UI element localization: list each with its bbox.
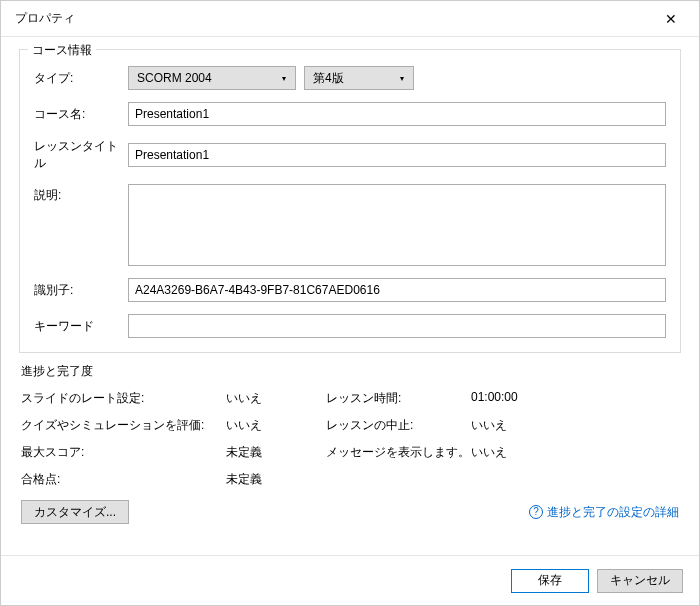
slide-rate-value: いいえ — [226, 390, 326, 407]
message-label: メッセージを表示します。 — [326, 444, 471, 461]
pass-score-value: 未定義 — [226, 471, 326, 488]
lesson-abort-value: いいえ — [471, 417, 679, 434]
version-combo[interactable]: 第4版 ▾ — [304, 66, 414, 90]
course-name-row: コース名: — [34, 102, 666, 126]
type-row: タイプ: SCORM 2004 ▾ 第4版 ▾ — [34, 66, 666, 90]
lesson-time-label: レッスン時間: — [326, 390, 471, 407]
chevron-down-icon: ▾ — [395, 74, 409, 83]
description-row: 説明: — [34, 184, 666, 266]
identifier-input[interactable] — [128, 278, 666, 302]
customize-button[interactable]: カスタマイズ... — [21, 500, 129, 524]
course-info-group: コース情報 タイプ: SCORM 2004 ▾ 第4版 ▾ コース名: レッスン… — [19, 49, 681, 353]
progress-footer: カスタマイズ... ? 進捗と完了の設定の詳細 — [21, 500, 679, 524]
message-value: いいえ — [471, 444, 679, 461]
help-icon: ? — [529, 505, 543, 519]
course-name-input[interactable] — [128, 102, 666, 126]
properties-dialog: プロパティ ✕ コース情報 タイプ: SCORM 2004 ▾ 第4版 ▾ コー… — [0, 0, 700, 606]
type-label: タイプ: — [34, 70, 120, 87]
lesson-title-row: レッスンタイトル — [34, 138, 666, 172]
max-score-value: 未定義 — [226, 444, 326, 461]
window-title: プロパティ — [15, 10, 651, 27]
quiz-eval-label: クイズやシミュレーションを評価: — [21, 417, 226, 434]
max-score-label: 最大スコア: — [21, 444, 226, 461]
description-textarea[interactable] — [128, 184, 666, 266]
progress-legend: 進捗と完了度 — [21, 363, 679, 380]
progress-group: 進捗と完了度 スライドのレート設定: いいえ レッスン時間: 01:00:00 … — [19, 363, 681, 524]
version-combo-text: 第4版 — [313, 70, 395, 87]
quiz-eval-value: いいえ — [226, 417, 326, 434]
close-button[interactable]: ✕ — [651, 5, 691, 33]
course-info-legend: コース情報 — [28, 42, 96, 59]
titlebar: プロパティ ✕ — [1, 1, 699, 37]
progress-details-link[interactable]: ? 進捗と完了の設定の詳細 — [529, 504, 679, 521]
progress-grid: スライドのレート設定: いいえ レッスン時間: 01:00:00 クイズやシミュ… — [21, 390, 679, 488]
type-combo-text: SCORM 2004 — [137, 71, 277, 85]
dialog-footer: 保存 キャンセル — [1, 555, 699, 605]
slide-rate-label: スライドのレート設定: — [21, 390, 226, 407]
course-name-label: コース名: — [34, 106, 120, 123]
content-area: コース情報 タイプ: SCORM 2004 ▾ 第4版 ▾ コース名: レッスン… — [1, 37, 699, 555]
lesson-title-input[interactable] — [128, 143, 666, 167]
lesson-title-label: レッスンタイトル — [34, 138, 120, 172]
keyword-input[interactable] — [128, 314, 666, 338]
close-icon: ✕ — [665, 11, 677, 27]
identifier-label: 識別子: — [34, 282, 120, 299]
description-label: 説明: — [34, 184, 120, 204]
cancel-button[interactable]: キャンセル — [597, 569, 683, 593]
lesson-abort-label: レッスンの中止: — [326, 417, 471, 434]
pass-score-label: 合格点: — [21, 471, 226, 488]
identifier-row: 識別子: — [34, 278, 666, 302]
progress-details-text: 進捗と完了の設定の詳細 — [547, 504, 679, 521]
save-button[interactable]: 保存 — [511, 569, 589, 593]
chevron-down-icon: ▾ — [277, 74, 291, 83]
type-combo[interactable]: SCORM 2004 ▾ — [128, 66, 296, 90]
keyword-label: キーワード — [34, 318, 120, 335]
keyword-row: キーワード — [34, 314, 666, 338]
lesson-time-value: 01:00:00 — [471, 390, 679, 407]
